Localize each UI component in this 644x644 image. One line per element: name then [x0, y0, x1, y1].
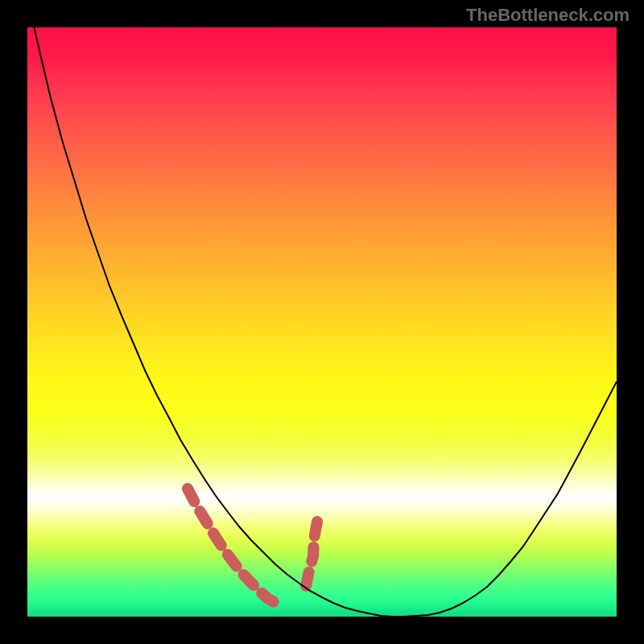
watermark: TheBottleneck.com [466, 5, 630, 26]
chart-svg [27, 27, 617, 617]
plot-area [27, 27, 617, 617]
highlight-left-segment [188, 489, 277, 604]
highlight-right-segment [306, 522, 317, 586]
bottleneck-curve [27, 27, 617, 617]
